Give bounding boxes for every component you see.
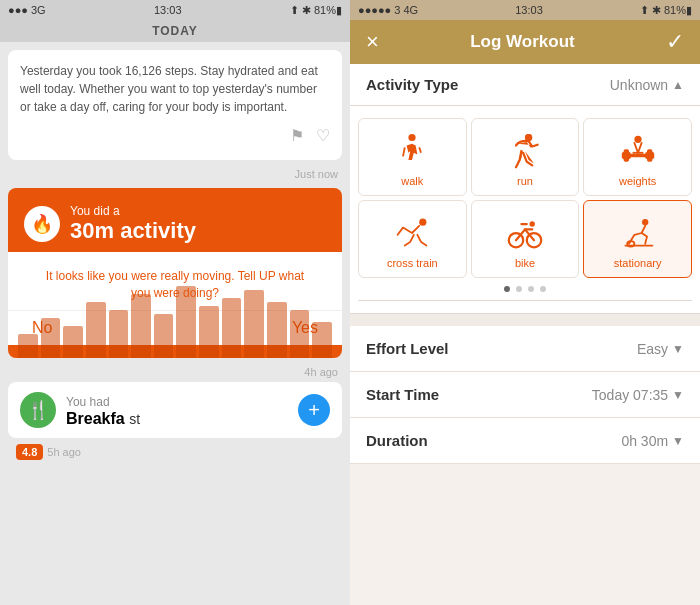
bike-icon (507, 213, 543, 253)
start-time-text: Today 07:35 (592, 387, 668, 403)
message-timestamp: Just now (0, 168, 350, 180)
bar (41, 318, 61, 358)
signal-right: ●●●●● 3 4G (358, 4, 418, 16)
activity-header: 🔥 You did a 30m activity (24, 204, 326, 244)
chevron-down-effort: ▼ (672, 342, 684, 356)
status-bar-right: ●●●●● 3 4G 13:03 ⬆ ✱ 81%▮ (350, 0, 700, 20)
weights-label: weights (619, 175, 656, 187)
activity-question: It looks like you were really moving. Te… (24, 260, 326, 310)
activity-grid: walk run (350, 106, 700, 314)
message-text: Yesterday you took 16,126 steps. Stay hy… (20, 64, 318, 114)
flag-icon[interactable]: ⚑ (290, 124, 304, 148)
activity-item-run[interactable]: run (471, 118, 580, 196)
bar (63, 326, 83, 358)
right-panel: ●●●●● 3 4G 13:03 ⬆ ✱ 81%▮ × Log Workout … (350, 0, 700, 605)
run-label: run (517, 175, 533, 187)
activity-flame-icon: 🔥 (24, 206, 60, 242)
effort-level-label: Effort Level (366, 340, 449, 357)
walk-label: walk (401, 175, 423, 187)
run-icon (507, 131, 543, 171)
breakfast-timestamp: 5h ago (47, 446, 81, 458)
svg-point-13 (529, 221, 534, 226)
cross-train-label: cross train (387, 257, 438, 269)
breakfast-suffix: st (129, 411, 140, 427)
duration-label: Duration (366, 432, 428, 449)
svg-point-10 (420, 219, 427, 226)
duration-value[interactable]: 0h 30m ▼ (621, 433, 684, 449)
effort-level-row[interactable]: Effort Level Easy ▼ (350, 326, 700, 372)
activity-item-stationary[interactable]: stationary (583, 200, 692, 278)
breakfast-info: You had Breakfa st (66, 392, 140, 428)
breakfast-name: Breakfa st (66, 410, 140, 428)
chevron-down-start: ▼ (672, 388, 684, 402)
signal-left: ●●● 3G (8, 4, 46, 16)
bar (199, 306, 219, 358)
stationary-icon (620, 213, 656, 253)
bar (267, 302, 287, 358)
pagination-dots (358, 278, 692, 301)
bar (86, 302, 106, 358)
svg-point-3 (634, 136, 641, 143)
time-left: 13:03 (154, 4, 182, 16)
duration-text: 0h 30m (621, 433, 668, 449)
left-panel: ●●● 3G 13:03 ⬆ ✱ 81%▮ TODAY Yesterday yo… (0, 0, 350, 605)
dot-4 (540, 286, 546, 292)
activity-timestamp: 4h ago (0, 366, 350, 378)
add-button[interactable]: + (298, 394, 330, 426)
section-spacer (350, 314, 700, 326)
activity-type-header: Activity Type Unknown ▲ (350, 64, 700, 106)
activity-item-bike[interactable]: bike (471, 200, 580, 278)
time-right: 13:03 (515, 4, 543, 16)
start-time-row[interactable]: Start Time Today 07:35 ▼ (350, 372, 700, 418)
check-button[interactable]: ✓ (666, 29, 684, 55)
dot-1 (504, 286, 510, 292)
start-time-value[interactable]: Today 07:35 ▼ (592, 387, 684, 403)
dot-3 (528, 286, 534, 292)
dot-2 (516, 286, 522, 292)
icons-right: ⬆ ✱ 81%▮ (640, 4, 692, 17)
bar (312, 322, 332, 358)
today-header: TODAY (0, 20, 350, 42)
bike-label: bike (515, 257, 535, 269)
svg-point-0 (409, 134, 416, 141)
breakfast-row: 🍴 You had Breakfa st + (8, 382, 342, 438)
start-time-label: Start Time (366, 386, 439, 403)
chevron-up-icon: ▲ (672, 78, 684, 92)
activity-type-label: Activity Type (366, 76, 458, 93)
breakfast-bold: Breakfa (66, 410, 125, 427)
duration-row[interactable]: Duration 0h 30m ▼ (350, 418, 700, 464)
status-bar-left: ●●● 3G 13:03 ⬆ ✱ 81%▮ (0, 0, 350, 20)
stationary-label: stationary (614, 257, 662, 269)
weights-icon (620, 131, 656, 171)
you-had-text: You had (66, 395, 110, 409)
nav-title: Log Workout (470, 32, 575, 52)
chevron-down-duration: ▼ (672, 434, 684, 448)
bar (109, 310, 129, 358)
bar (290, 310, 310, 358)
breakfast-footer: 4.8 5h ago (0, 442, 350, 462)
walk-icon (394, 131, 430, 171)
activity-card: 🔥 You did a 30m activity It looks like y… (8, 188, 342, 358)
activity-type-value[interactable]: Unknown ▲ (610, 77, 684, 93)
icons-left: ⬆ ✱ 81%▮ (290, 4, 342, 17)
activity-item-cross-train[interactable]: cross train (358, 200, 467, 278)
svg-point-14 (642, 219, 648, 225)
activity-item-walk[interactable]: walk (358, 118, 467, 196)
bar (18, 334, 38, 358)
cross-train-icon (394, 213, 430, 253)
svg-point-2 (525, 134, 532, 141)
activity-grid-inner: walk run (358, 118, 692, 278)
effort-level-value[interactable]: Easy ▼ (637, 341, 684, 357)
bar (154, 314, 174, 358)
message-card: Yesterday you took 16,126 steps. Stay hy… (8, 50, 342, 160)
activity-type-text: Unknown (610, 77, 668, 93)
activity-item-weights[interactable]: weights (583, 118, 692, 196)
activity-text: You did a 30m activity (70, 204, 196, 244)
nav-bar: × Log Workout ✓ (350, 20, 700, 64)
food-icon: 🍴 (20, 392, 56, 428)
heart-icon[interactable]: ♡ (316, 124, 330, 148)
close-button[interactable]: × (366, 29, 379, 55)
rating-badge: 4.8 (16, 444, 43, 460)
effort-level-text: Easy (637, 341, 668, 357)
activity-duration: 30m activity (70, 218, 196, 244)
